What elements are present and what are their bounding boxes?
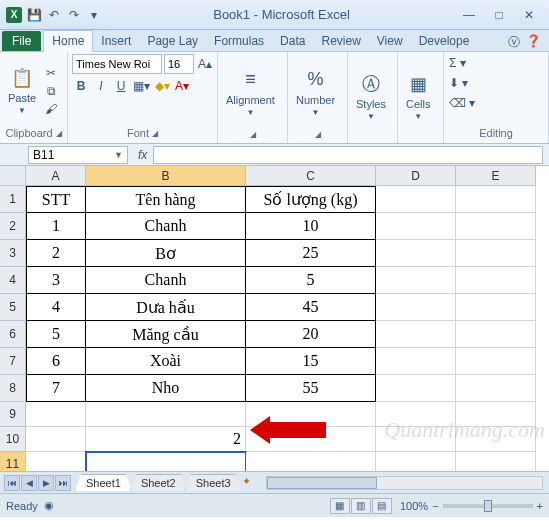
zoom-slider[interactable] [443,504,533,508]
cell-D3[interactable] [376,240,456,267]
cell-D2[interactable] [376,213,456,240]
cell-C5[interactable]: 45 [246,294,376,321]
row-header-5[interactable]: 5 [0,294,26,321]
cell-A7[interactable]: 6 [26,348,86,375]
row-header-7[interactable]: 7 [0,348,26,375]
row-header-10[interactable]: 10 [0,427,26,452]
tab-home[interactable]: Home [43,30,93,52]
cell-B11[interactable] [86,452,246,471]
cell-E7[interactable] [456,348,536,375]
sheet-next-icon[interactable]: ▶ [38,475,54,491]
font-name-input[interactable] [72,54,162,74]
cell-B1[interactable]: Tên hàng [86,186,246,213]
col-header-C[interactable]: C [246,166,376,186]
cell-B7[interactable]: Xoài [86,348,246,375]
fill-button[interactable]: ⬇ ▾ [448,74,469,92]
alignment-launcher-icon[interactable]: ◢ [250,130,256,139]
select-all-corner[interactable] [0,166,26,186]
row-header-1[interactable]: 1 [0,186,26,213]
cell-E11[interactable] [456,452,536,471]
zoom-level[interactable]: 100% [400,500,428,512]
cell-B9[interactable] [86,402,246,427]
format-painter-icon[interactable]: 🖌 [43,101,59,117]
ribbon-minimize-icon[interactable]: ⓥ [508,34,520,51]
fill-color-button[interactable]: ◆▾ [153,77,171,95]
col-header-B[interactable]: B [86,166,246,186]
minimize-button[interactable]: — [455,6,483,24]
row-header-6[interactable]: 6 [0,321,26,348]
cell-D7[interactable] [376,348,456,375]
column-headers[interactable]: ABCDE [26,166,536,186]
worksheet-grid[interactable]: ABCDE 1234567891011 STTTên hàngSố lượng … [0,166,549,471]
cell-B10[interactable]: 2 [86,427,246,452]
qat-customize-icon[interactable]: ▾ [86,7,102,23]
number-button[interactable]: %Number▼ [292,66,339,119]
fx-icon[interactable]: fx [132,148,153,162]
font-launcher-icon[interactable]: ◢ [152,129,158,138]
alignment-button[interactable]: ≡Alignment▼ [222,66,279,119]
number-launcher-icon[interactable]: ◢ [315,130,321,139]
cell-C4[interactable]: 5 [246,267,376,294]
col-header-E[interactable]: E [456,166,536,186]
tab-data[interactable]: Data [272,31,313,51]
cell-D5[interactable] [376,294,456,321]
cell-C2[interactable]: 10 [246,213,376,240]
cell-B5[interactable]: Dưa hấu [86,294,246,321]
sheet-first-icon[interactable]: ⏮ [4,475,20,491]
underline-button[interactable]: U [112,77,130,95]
cell-D9[interactable] [376,402,456,427]
cell-C11[interactable] [246,452,376,471]
help-icon[interactable]: ❓ [526,34,541,51]
bold-button[interactable]: B [72,77,90,95]
font-color-button[interactable]: A▾ [173,77,191,95]
sheet-tab-3[interactable]: Sheet3 [185,474,242,491]
maximize-button[interactable]: □ [485,6,513,24]
sheet-prev-icon[interactable]: ◀ [21,475,37,491]
cell-B3[interactable]: Bơ [86,240,246,267]
cell-A1[interactable]: STT [26,186,86,213]
row-header-8[interactable]: 8 [0,375,26,402]
styles-button[interactable]: ⒶStyles▼ [352,70,390,123]
cell-D6[interactable] [376,321,456,348]
sheet-tab-2[interactable]: Sheet2 [130,474,187,491]
close-button[interactable]: ✕ [515,6,543,24]
new-sheet-icon[interactable]: ✦ [242,475,260,491]
row-header-2[interactable]: 2 [0,213,26,240]
tab-review[interactable]: Review [313,31,368,51]
formula-input[interactable] [153,146,543,164]
cell-E1[interactable] [456,186,536,213]
cell-C3[interactable]: 25 [246,240,376,267]
autosum-button[interactable]: Σ ▾ [448,54,467,72]
tab-file[interactable]: File [2,31,41,51]
cell-A2[interactable]: 1 [26,213,86,240]
cell-A4[interactable]: 3 [26,267,86,294]
cell-D1[interactable] [376,186,456,213]
grow-font-icon[interactable]: A▴ [196,55,214,73]
cell-D8[interactable] [376,375,456,402]
row-headers[interactable]: 1234567891011 [0,186,26,471]
paste-button[interactable]: 📋 Paste ▼ [4,64,40,117]
page-break-view-icon[interactable]: ▤ [372,498,392,514]
row-header-4[interactable]: 4 [0,267,26,294]
normal-view-icon[interactable]: ▦ [330,498,350,514]
cell-A5[interactable]: 4 [26,294,86,321]
cell-E10[interactable] [456,427,536,452]
zoom-out-button[interactable]: − [432,500,438,512]
cell-C6[interactable]: 20 [246,321,376,348]
tab-developer[interactable]: Develope [411,31,478,51]
cell-A9[interactable] [26,402,86,427]
tab-page-layout[interactable]: Page Lay [139,31,206,51]
cell-A3[interactable]: 2 [26,240,86,267]
zoom-in-button[interactable]: + [537,500,543,512]
cell-C8[interactable]: 55 [246,375,376,402]
row-header-9[interactable]: 9 [0,402,26,427]
row-header-3[interactable]: 3 [0,240,26,267]
clear-button[interactable]: ⌫ ▾ [448,94,476,112]
cut-icon[interactable]: ✂ [43,65,59,81]
cell-E5[interactable] [456,294,536,321]
tab-insert[interactable]: Insert [93,31,139,51]
copy-icon[interactable]: ⧉ [43,83,59,99]
sheet-tab-1[interactable]: Sheet1 [75,474,132,491]
cell-B8[interactable]: Nho [86,375,246,402]
cell-A11[interactable] [26,452,86,471]
